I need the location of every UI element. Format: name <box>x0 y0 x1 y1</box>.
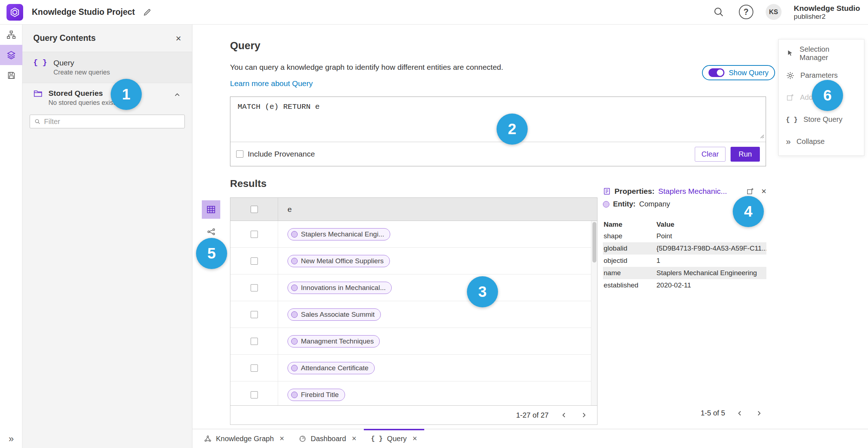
entity-pill[interactable]: Innovations in Mechanical... <box>288 282 392 294</box>
menu-item-selection-manager[interactable]: Selection Manager <box>779 42 864 64</box>
table-row[interactable]: Innovations in Mechanical... <box>230 274 597 301</box>
entity-pill[interactable]: Firebird Title <box>288 389 345 401</box>
hierarchy-icon[interactable] <box>0 25 22 45</box>
results-pagination: 1-27 of 27 <box>230 405 597 424</box>
braces-icon: { } <box>33 59 47 67</box>
scrollbar-thumb[interactable] <box>592 222 596 263</box>
query-item-sub: Create new queries <box>54 69 110 76</box>
results-table-header: e <box>230 198 597 221</box>
properties-target-link[interactable]: Staplers Mechanic... <box>658 187 727 196</box>
knowledge-graph-icon <box>204 435 212 443</box>
close-properties-icon[interactable]: × <box>761 187 766 196</box>
row-checkbox[interactable] <box>251 311 258 318</box>
stored-queries-label: Stored Queries <box>48 89 115 98</box>
properties-actions: × <box>746 187 766 196</box>
entity-pill[interactable]: Sales Associate Summit <box>288 308 381 321</box>
document-icon <box>603 187 611 195</box>
stored-queries-section[interactable]: Stored Queries No stored queries exist <box>22 83 192 111</box>
resize-grip-icon[interactable] <box>759 132 764 141</box>
entity-type-dot-icon <box>603 201 609 208</box>
folder-icon <box>33 89 43 98</box>
property-row: name Staplers Mechanical Engineering <box>603 267 766 279</box>
help-icon[interactable]: ? <box>739 5 753 19</box>
panel-title: Query Contents <box>33 33 96 43</box>
main-content: Query You can query a knowledge graph to… <box>192 25 868 429</box>
row-checkbox[interactable] <box>251 391 258 398</box>
run-button[interactable]: Run <box>731 147 760 162</box>
collapse-icon: » <box>786 137 791 146</box>
entity-pill[interactable]: New Metal Office Suppliers <box>288 255 390 267</box>
table-row[interactable]: Sales Associate Summit <box>230 301 597 328</box>
callout-6: 6 <box>812 80 843 111</box>
app-logo[interactable] <box>7 4 23 21</box>
learn-more-link[interactable]: Learn more about Query <box>230 79 313 88</box>
entity-dot-icon <box>291 365 298 371</box>
hexagon-logo-icon <box>9 7 20 18</box>
bottom-tabbar: Knowledge Graph × Dashboard × { } Query … <box>192 429 868 448</box>
close-tab-icon[interactable]: × <box>280 435 284 443</box>
row-checkbox[interactable] <box>251 338 258 345</box>
close-tab-icon[interactable]: × <box>352 435 357 443</box>
include-provenance-checkbox[interactable] <box>236 150 243 158</box>
entity-dot-icon <box>291 258 298 264</box>
tab-query[interactable]: { } Query × <box>364 429 425 448</box>
filter-input[interactable] <box>44 118 180 126</box>
callout-5: 5 <box>196 238 227 269</box>
tab-knowledge-graph[interactable]: Knowledge Graph × <box>197 429 292 448</box>
results-scrollbar[interactable] <box>591 221 597 405</box>
row-checkbox[interactable] <box>251 364 258 372</box>
row-checkbox[interactable] <box>251 257 258 265</box>
close-panel-icon[interactable]: × <box>176 34 181 43</box>
entity-dot-icon <box>291 392 298 398</box>
editor-toolbar: Include Provenance Clear Run <box>230 142 766 166</box>
clear-button[interactable]: Clear <box>695 147 726 162</box>
table-row[interactable]: Managment Techniques <box>230 328 597 355</box>
table-row[interactable]: New Metal Office Suppliers <box>230 248 597 274</box>
left-rail: » <box>0 25 22 448</box>
table-row[interactable]: Staplers Mechanical Engi... <box>230 221 597 248</box>
topbar: Knowledge Studio Project ? KS Knowledge … <box>0 0 868 25</box>
show-query-toggle[interactable]: Show Query <box>702 65 775 80</box>
menu-item-collapse[interactable]: » Collapse <box>779 131 864 153</box>
callout-1: 1 <box>111 79 142 110</box>
prop-col-name: Name <box>603 221 656 229</box>
save-icon[interactable] <box>0 65 22 85</box>
avatar[interactable]: KS <box>766 4 782 20</box>
close-tab-icon[interactable]: × <box>413 435 417 443</box>
query-text: MATCH (e) RETURN e <box>238 103 320 111</box>
chevron-up-icon[interactable] <box>173 91 181 99</box>
next-page-icon[interactable] <box>755 409 763 417</box>
property-row: globalid {5D9B4713-F98D-4A53-A59F-C11... <box>603 242 766 255</box>
sidebar-item-query[interactable]: { } Query Create new queries <box>22 52 192 83</box>
property-row: objectid 1 <box>603 255 766 267</box>
table-row[interactable]: Firebird Title <box>230 381 597 405</box>
tab-dashboard[interactable]: Dashboard × <box>292 429 364 448</box>
add-to-selection-icon[interactable] <box>746 187 754 195</box>
callout-2: 2 <box>497 114 528 145</box>
entity-pill[interactable]: Attendance Certificate <box>288 362 375 374</box>
search-icon[interactable] <box>711 4 727 20</box>
table-row[interactable]: Attendance Certificate <box>230 355 597 381</box>
entity-pill[interactable]: Managment Techniques <box>288 335 380 347</box>
entity-pill[interactable]: Staplers Mechanical Engi... <box>288 228 390 240</box>
row-checkbox[interactable] <box>251 284 258 291</box>
properties-label: Properties: <box>614 187 655 196</box>
next-page-icon[interactable] <box>580 411 588 419</box>
menu-item-store-query[interactable]: { } Store Query <box>779 108 864 131</box>
user-info[interactable]: Knowledge Studio publisher2 <box>794 4 860 21</box>
prev-page-icon[interactable] <box>560 411 568 419</box>
query-description: You can query a knowledge graph to ident… <box>230 63 503 72</box>
table-view-icon[interactable] <box>202 200 220 219</box>
entity-dot-icon <box>291 231 298 238</box>
edit-title-icon[interactable] <box>143 8 152 17</box>
expand-rail-icon[interactable]: » <box>0 433 22 444</box>
callout-3: 3 <box>467 276 498 307</box>
cursor-select-icon <box>786 49 794 57</box>
prev-page-icon[interactable] <box>736 409 744 417</box>
select-all-checkbox[interactable] <box>251 206 258 213</box>
filter-input-wrapper <box>30 115 185 128</box>
layers-icon[interactable] <box>0 45 22 65</box>
properties-header: Properties: Staplers Mechanic... × <box>603 185 766 198</box>
row-checkbox[interactable] <box>251 231 258 238</box>
query-contents-panel: Query Contents × { } Query Create new qu… <box>22 25 192 448</box>
